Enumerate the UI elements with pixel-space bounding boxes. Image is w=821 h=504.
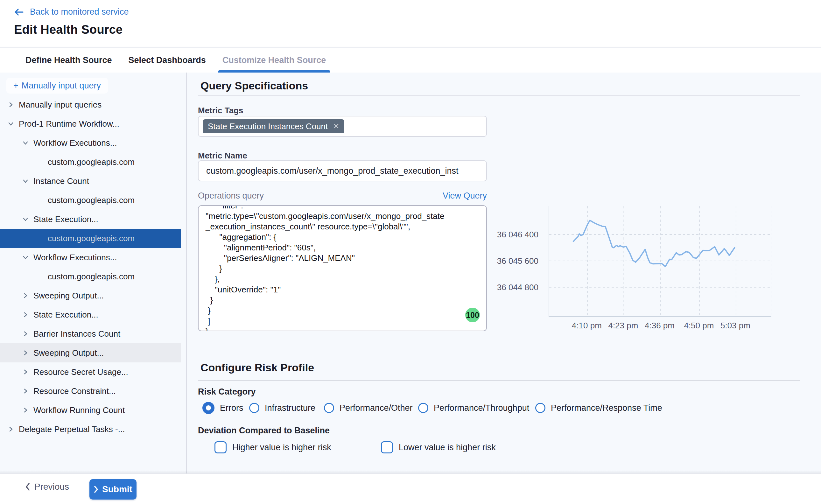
risk-category-radio-infrastructure[interactable]: Infrastructure (249, 402, 315, 414)
chevron-right-icon (22, 311, 29, 319)
chevron-right-icon (22, 368, 29, 375)
checkbox-label: Higher value is higher risk (232, 443, 331, 452)
metric-tag-chip[interactable]: State Execution Instances Count ✕ (203, 119, 344, 133)
tree-item-barrier-instances-count[interactable]: Barrier Instances Count (0, 324, 181, 343)
risk-category-radio-performance-other[interactable]: Performance/Other (324, 402, 413, 414)
risk-category-radio-performance-response-time[interactable]: Performance/Response Time (535, 402, 662, 414)
risk-category-radio-performance-throughput[interactable]: Performance/Throughput (418, 402, 529, 414)
tab-define-health-source[interactable]: Define Health Source (25, 48, 112, 73)
chevron-right-icon (7, 101, 14, 108)
tree-item-manually-input-queries[interactable]: Manually input queries (0, 95, 181, 114)
radio-icon[interactable] (249, 403, 259, 413)
tree-item-state-execution[interactable]: State Execution... (0, 210, 181, 229)
chevron-right-icon (22, 388, 29, 395)
query-score-badge: 100 (465, 308, 480, 322)
tree-item-workflow-running-count[interactable]: Workflow Running Count (0, 401, 181, 420)
back-arrow-icon (13, 7, 24, 17)
radio-label: Errors (220, 403, 243, 413)
previous-button[interactable]: Previous (25, 482, 69, 492)
metric-tags-input[interactable]: State Execution Instances Count ✕ (198, 116, 487, 137)
radio-icon[interactable] (535, 403, 545, 413)
deviation-checkbox-higher-value-is-higher-risk[interactable]: Higher value is higher risk (214, 441, 331, 454)
chevron-right-icon (22, 292, 29, 299)
y-axis-tick-label: 36 046 400 (481, 229, 538, 240)
section-divider (198, 95, 800, 96)
tree-item-resource-secret-usage[interactable]: Resource Secret Usage... (0, 362, 181, 381)
chevron-right-icon (94, 485, 99, 493)
tab-bar: Define Health SourceSelect DashboardsCus… (0, 47, 821, 73)
chevron-right-icon (22, 406, 29, 414)
tree-item-sweeping-output[interactable]: Sweeping Output... (0, 343, 181, 362)
checkbox-icon[interactable] (214, 441, 227, 453)
deviation-checkbox-lower-value-is-higher-risk[interactable]: Lower value is higher risk (381, 441, 496, 454)
sidebar-divider (186, 73, 186, 473)
back-link[interactable]: Back to monitored service (13, 7, 129, 17)
tree-item-label: custom.googleapis.com (48, 195, 135, 205)
submit-button[interactable]: Submit (89, 479, 137, 500)
metric-name-label: Metric Name (198, 151, 247, 161)
risk-category-radio-errors[interactable]: Errors (202, 402, 243, 414)
tree-item-resource-constraint[interactable]: Resource Constraint... (0, 381, 181, 401)
metric-tag-chip-label: State Execution Instances Count (208, 122, 328, 131)
y-axis-tick-label: 36 044 800 (481, 282, 538, 293)
chevron-down-icon (22, 139, 29, 147)
operations-query-row: Operations query View Query (198, 191, 487, 201)
metric-name-input[interactable] (198, 160, 487, 181)
configure-risk-profile-heading: Configure Risk Profile (200, 361, 314, 374)
tree-item-workflow-executions[interactable]: Workflow Executions... (0, 133, 181, 152)
y-axis-tick-label: 36 045 600 (481, 255, 538, 266)
tree-item-custom-googleapis-com[interactable]: custom.googleapis.com (0, 152, 181, 171)
tab-select-dashboards[interactable]: Select Dashboards (129, 48, 206, 73)
chevron-down-icon (22, 216, 29, 223)
tree-item-label: Resource Secret Usage... (33, 367, 128, 377)
chevron-down-icon (7, 120, 14, 127)
tree-item-label: Prod-1 Runtime Workflow... (19, 119, 119, 129)
tab-customize-health-source[interactable]: Customize Health Source (222, 48, 326, 73)
tree-item-label: Barrier Instances Count (33, 329, 120, 339)
tree-item-instance-count[interactable]: Instance Count (0, 171, 181, 191)
tree-item-workflow-executions[interactable]: Workflow Executions... (0, 248, 181, 267)
tree-item-delegate-perpetual-tasks[interactable]: Delegate Perpetual Tasks -... (0, 420, 181, 439)
chevron-right-icon (7, 101, 15, 109)
chevron-down-icon (22, 178, 29, 185)
tree-item-label: Delegate Perpetual Tasks -... (19, 424, 125, 434)
chevron-left-icon (25, 482, 31, 491)
tree-item-state-execution[interactable]: State Execution... (0, 305, 181, 324)
query-specifications-heading: Query Specifications (200, 80, 308, 92)
tree-item-label: Sweeping Output... (33, 348, 104, 358)
tree-item-custom-googleapis-com[interactable]: custom.googleapis.com (0, 191, 181, 210)
chevron-right-icon (22, 311, 29, 318)
page-title: Edit Health Source (14, 23, 123, 37)
chevron-down-icon (22, 177, 29, 185)
radio-icon[interactable] (324, 403, 334, 413)
query-sidebar: + Manually input query Manually input qu… (0, 73, 186, 473)
tree-item-prod-1-runtime-workflow[interactable]: Prod-1 Runtime Workflow... (0, 114, 181, 133)
chevron-right-icon (22, 349, 29, 356)
tree-item-sweeping-output[interactable]: Sweeping Output... (0, 286, 181, 305)
checkbox-icon[interactable] (381, 441, 393, 453)
tree-item-label: State Execution... (33, 214, 98, 224)
chip-close-icon[interactable]: ✕ (333, 122, 339, 131)
chevron-right-icon (22, 387, 29, 395)
chevron-right-icon (22, 330, 29, 337)
operations-query-textarea[interactable]: "filter": "metric.type=\"custom.googleap… (198, 205, 487, 331)
radio-icon[interactable] (418, 403, 428, 413)
tree-item-custom-googleapis-com[interactable]: custom.googleapis.com (0, 229, 181, 248)
tree-item-label: Workflow Executions... (33, 253, 117, 263)
tree-item-custom-googleapis-com[interactable]: custom.googleapis.com (0, 267, 181, 286)
tree-item-label: custom.googleapis.com (48, 272, 135, 282)
chart-svg (549, 206, 771, 316)
radio-selected-icon[interactable] (202, 402, 214, 414)
operations-query-text: "filter": "metric.type=\"custom.googleap… (206, 205, 481, 331)
tree-item-label: custom.googleapis.com (48, 234, 135, 243)
metric-tags-label: Metric Tags (198, 106, 243, 115)
add-manual-query-button[interactable]: + Manually input query (6, 78, 108, 94)
chevron-right-icon (22, 368, 29, 376)
tree-item-label: Manually input queries (19, 100, 102, 110)
chevron-down-icon (7, 120, 15, 128)
x-axis-tick-label: 5:03 pm (710, 321, 761, 330)
main-panel: Query Specifications Metric Tags State E… (198, 73, 821, 473)
view-query-link[interactable]: View Query (443, 191, 487, 201)
chevron-right-icon (7, 425, 15, 433)
footer-bar: Previous Submit (0, 473, 821, 504)
